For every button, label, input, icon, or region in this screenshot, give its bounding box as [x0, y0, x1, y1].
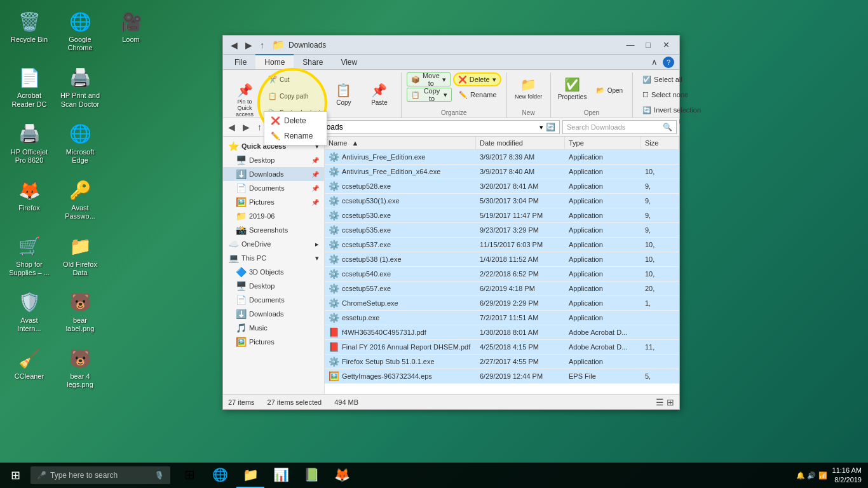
desktop-icon-recycle-bin[interactable]: 🗑️ Recycle Bin: [6, 6, 52, 55]
up-button[interactable]: ↑: [257, 39, 267, 51]
col-header-size[interactable]: Size: [641, 137, 679, 149]
tab-share[interactable]: Share: [294, 55, 332, 69]
sidebar-item-screenshots[interactable]: 📸 Screenshots: [223, 223, 324, 237]
desktop-icon-shop[interactable]: 🛒 Shop for Supplies – ...: [6, 231, 52, 280]
close-button[interactable]: ✕: [658, 39, 674, 51]
select-none-button[interactable]: ☐ Select none: [638, 88, 693, 102]
file-row[interactable]: 📕 f4WH363540C495731J.pdf 1/30/2018 8:01 …: [325, 325, 679, 340]
new-folder-button[interactable]: 📁 New folder: [512, 74, 545, 107]
sidebar-item-2019[interactable]: 📁 2019-06: [223, 209, 324, 223]
cut-button[interactable]: ✂️ Cut: [264, 72, 325, 86]
minimize-button[interactable]: —: [622, 39, 639, 51]
sidebar-item-desktop2[interactable]: 🖥️ Desktop: [223, 279, 324, 293]
file-row[interactable]: ⚙️ ccsetup557.exe 6/2/2019 4:18 PM Appli…: [325, 281, 679, 296]
sidebar-item-downloads[interactable]: ⬇️ Downloads 📌: [223, 167, 324, 181]
back-button[interactable]: ◀: [228, 39, 240, 51]
desktop-icon-avast-pass[interactable]: 🔑 Avast Passwo...: [57, 175, 103, 223]
file-row[interactable]: ⚙️ Firefox Setup Stub 51.0.1.exe 2/27/20…: [325, 355, 679, 369]
tab-view[interactable]: View: [332, 55, 366, 69]
desktop-icon-old-firefox[interactable]: 📁 Old Firefox Data: [57, 231, 103, 280]
taskbar-task-view[interactable]: ⊞: [175, 463, 203, 488]
col-header-type[interactable]: Type: [565, 137, 641, 149]
sidebar-item-pictures[interactable]: 🖼️ Pictures 📌: [223, 195, 324, 209]
start-button[interactable]: ⊞: [0, 463, 31, 488]
search-box[interactable]: Search Downloads 🔍: [562, 120, 677, 134]
sidebar-item-desktop[interactable]: 🖥️ Desktop 📌: [223, 153, 324, 167]
addr-forward-button[interactable]: ▶: [240, 121, 252, 133]
copy-to-button[interactable]: 📋 Copy to ▾: [407, 88, 452, 102]
forward-button[interactable]: ▶: [243, 39, 255, 51]
file-row[interactable]: ⚙️ ccsetup535.exe 9/23/2017 3:29 PM Appl…: [325, 223, 679, 238]
taskbar-firefox[interactable]: 🦊: [328, 463, 356, 488]
taskbar-edge[interactable]: 🌐: [206, 463, 234, 488]
taskbar-search[interactable]: 🎤 Type here to search 🎙️: [31, 466, 170, 484]
delete-button[interactable]: ❌ Delete ▾: [453, 72, 501, 86]
addr-dropdown-button[interactable]: ▾: [539, 123, 543, 132]
maximize-button[interactable]: □: [640, 39, 656, 51]
sidebar-item-music[interactable]: 🎵 Music: [223, 321, 324, 335]
desktop-icon-avast-intern[interactable]: 🛡️ Avast Intern...: [6, 287, 52, 336]
paste-button[interactable]: 📌 Paste: [363, 79, 396, 112]
copy-button[interactable]: 📋 Copy: [327, 79, 360, 112]
sidebar-item-this-pc[interactable]: 💻 This PC ▾: [223, 251, 324, 265]
sidebar-item-pictures2[interactable]: 🖼️ Pictures: [223, 335, 324, 349]
file-row[interactable]: ⚙️ ccsetup530(1).exe 5/30/2017 3:04 PM A…: [325, 194, 679, 208]
addr-up-button[interactable]: ↑: [255, 121, 264, 133]
file-row[interactable]: ⚙️ ccsetup537.exe 11/15/2017 6:03 PM App…: [325, 238, 679, 252]
taskbar-powerpoint[interactable]: 📊: [267, 463, 295, 488]
copy-path-button[interactable]: 📋 Copy path: [264, 89, 325, 103]
file-row[interactable]: ⚙️ Antivirus_Free_Edition_x64.exe 3/9/20…: [325, 165, 679, 179]
file-row[interactable]: ⚙️ ccsetup528.exe 3/20/2017 8:41 AM Appl…: [325, 179, 679, 194]
desktop-icon-hp-print[interactable]: 🖨️ HP Print and Scan Doctor: [57, 62, 103, 111]
desktop-icon-hp-officejet[interactable]: 🖨️ HP Officejet Pro 8620: [6, 119, 52, 167]
addr-refresh-button[interactable]: 🔄: [546, 123, 555, 132]
desktop-icon-bear-label[interactable]: 🐻 bear label.png: [57, 287, 103, 336]
taskbar-file-explorer[interactable]: 📁: [236, 463, 264, 488]
sidebar-item-documents[interactable]: 📄 Documents 📌: [223, 181, 324, 195]
acrobat-icon: 📄: [17, 65, 42, 90]
rename-button[interactable]: ✏️ Rename: [454, 88, 501, 102]
desktop-icon-firefox[interactable]: 🦊 Firefox: [6, 175, 52, 223]
pin-to-quick-button[interactable]: 📌 Pin to Quick access: [228, 79, 261, 112]
desktop-icon-acrobat[interactable]: 📄 Acrobat Reader DC: [6, 62, 52, 111]
addr-back-button[interactable]: ◀: [226, 121, 238, 133]
popup-delete-item[interactable]: ❌ Delete: [264, 113, 327, 128]
tab-file[interactable]: File: [226, 55, 255, 69]
file-row[interactable]: ⚙️ ccsetup538 (1).exe 1/4/2018 11:52 AM …: [325, 252, 679, 267]
grid-view-button[interactable]: ⊞: [667, 397, 674, 407]
tab-home[interactable]: Home: [255, 54, 294, 69]
list-view-button[interactable]: ☰: [656, 397, 664, 407]
sidebar-item-3d[interactable]: 🔷 3D Objects: [223, 265, 324, 279]
sidebar-item-documents2[interactable]: 📄 Documents: [223, 293, 324, 307]
ribbon-collapse-button[interactable]: ∧: [646, 56, 663, 69]
desktop-icon-chrome[interactable]: 🌐 Google Chrome: [57, 6, 103, 55]
sidebar-item-downloads2[interactable]: ⬇️ Downloads: [223, 307, 324, 321]
properties-button[interactable]: ✅ Properties: [556, 74, 589, 107]
invert-selection-button[interactable]: 🔄 Invert selection: [638, 103, 705, 117]
desktop-icon-ccleaner[interactable]: 🧹 CCleaner: [6, 343, 52, 391]
organize-group-label: Organize: [407, 108, 501, 118]
popup-rename-item[interactable]: ✏️ Rename: [264, 128, 327, 144]
col-header-name[interactable]: Name ▲: [325, 137, 476, 149]
open-button[interactable]: 📂 Open: [592, 83, 627, 97]
desktop-icon-edge[interactable]: 🌐 Microsoft Edge: [57, 119, 103, 167]
file-row[interactable]: ⚙️ ccsetup540.exe 2/22/2018 6:52 PM Appl…: [325, 267, 679, 281]
taskbar-clock[interactable]: 11:16 AM 8/2/2019: [832, 466, 862, 485]
taskbar-apps: ⊞ 🌐 📁 📊 📗 🦊: [175, 463, 356, 488]
col-name-label: Name: [329, 139, 347, 147]
move-to-button[interactable]: 📦 Move to ▾: [407, 72, 451, 86]
file-row[interactable]: 📕 Final FY 2016 Annual Report DHSEM.pdf …: [325, 340, 679, 355]
sidebar-item-onedrive[interactable]: ☁️ OneDrive ▸: [223, 237, 324, 251]
file-row[interactable]: ⚙️ ChromeSetup.exe 6/29/2019 2:29 PM App…: [325, 296, 679, 311]
col-header-date[interactable]: Date modified: [476, 137, 565, 149]
file-size-cell: 9,: [641, 210, 679, 221]
help-button[interactable]: ?: [663, 57, 674, 68]
select-all-button[interactable]: ☑️ Select all: [638, 72, 687, 86]
file-row[interactable]: ⚙️ essetup.exe 7/2/2017 11:51 AM Applica…: [325, 311, 679, 325]
file-row[interactable]: ⚙️ ccsetup530.exe 5/19/2017 11:47 PM App…: [325, 208, 679, 223]
file-row[interactable]: 🖼️ GettyImages-963732344.eps 6/29/2019 1…: [325, 369, 679, 384]
desktop-icon-loom[interactable]: 🎥 Loom: [108, 6, 154, 55]
file-row[interactable]: ⚙️ Antivirus_Free_Edition.exe 3/9/2017 8…: [325, 150, 679, 165]
desktop-icon-bear4[interactable]: 🐻 bear 4 legs.png: [57, 343, 103, 391]
taskbar-excel[interactable]: 📗: [297, 463, 325, 488]
